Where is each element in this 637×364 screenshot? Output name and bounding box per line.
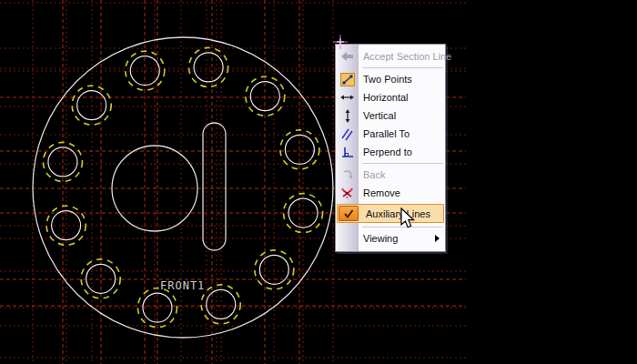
remove-icon — [336, 187, 359, 199]
menu-item-back: Back — [336, 166, 445, 184]
menu-item-label: Remove — [359, 187, 400, 198]
menu-item-label: Viewing — [359, 233, 398, 244]
check-icon — [339, 206, 359, 221]
menu-item-accept-section-line: Accept Section Line — [336, 47, 445, 66]
menu-item-label: Horizontal — [359, 92, 409, 103]
menu-item-parallel-to[interactable]: Parallel To — [336, 125, 445, 143]
menu-item-label: Auxiliary Lines — [359, 208, 430, 219]
menu-item-label: Two Points — [359, 74, 412, 85]
perpend-to-icon — [336, 146, 359, 158]
menu-item-label: Back — [359, 169, 385, 180]
parallel-to-icon — [336, 127, 359, 141]
menu-item-vertical[interactable]: Vertical — [336, 106, 445, 125]
menu-item-label: Accept Section Line — [359, 51, 451, 62]
mouse-cursor-icon — [400, 207, 416, 228]
back-icon — [336, 169, 359, 181]
menu-item-perpend-to[interactable]: Perpend to — [336, 143, 445, 161]
menu-item-auxiliary-lines[interactable]: Auxiliary Lines — [337, 204, 444, 223]
view-label: FRONT1 — [160, 279, 205, 292]
two-points-icon — [336, 73, 359, 86]
submenu-arrow-icon — [435, 235, 440, 242]
menu-item-label: Vertical — [359, 110, 396, 121]
accept-section-line-icon — [336, 50, 359, 63]
menu-item-label: Parallel To — [359, 128, 410, 139]
pick-point-cross-icon — [332, 34, 349, 50]
drawing-canvas[interactable] — [0, 0, 637, 364]
menu-item-viewing[interactable]: Viewing — [336, 229, 445, 248]
vertical-icon — [336, 109, 359, 123]
horizontal-icon — [336, 91, 359, 104]
menu-item-horizontal[interactable]: Horizontal — [336, 88, 445, 106]
menu-item-label: Perpend to — [359, 147, 412, 157]
menu-item-two-points[interactable]: Two Points — [336, 70, 445, 88]
menu-item-remove[interactable]: Remove — [336, 184, 445, 202]
context-menu: Accept Section Line Two Points Horizonta… — [335, 44, 446, 252]
